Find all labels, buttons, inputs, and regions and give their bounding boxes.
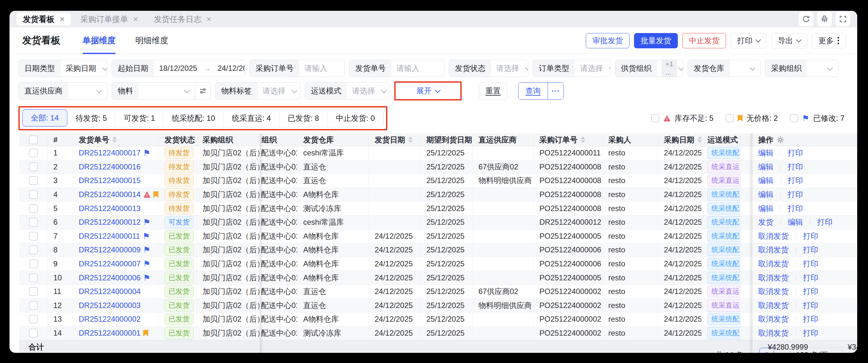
column-header-采购订单号[interactable]: 采购订单号 (534, 134, 602, 146)
direct-supplier-select[interactable]: 直运供应商 (19, 82, 107, 100)
status-tab-已发货[interactable]: 已发货: 8 (279, 110, 327, 127)
status-tab-全部[interactable]: 全部: 14 (22, 109, 67, 127)
batch-ship-button[interactable]: 批量发货 (634, 33, 678, 48)
row-checkbox[interactable] (29, 245, 38, 254)
action-打印[interactable]: 打印 (803, 231, 818, 241)
row-checkbox[interactable] (29, 315, 38, 324)
abort-ship-button[interactable]: 中止发货 (682, 33, 726, 48)
row-checkbox[interactable] (29, 273, 38, 282)
action-取消发货[interactable]: 取消发货 (758, 245, 788, 255)
ship-doc-link[interactable]: DR251224000003 (79, 301, 141, 310)
column-header-发货日期[interactable]: 发货日期 (369, 134, 421, 146)
action-打印[interactable]: 打印 (803, 273, 818, 283)
workspace-tab-shipping-board[interactable]: 发货看板 × (17, 13, 71, 25)
ship-doc-link[interactable]: DR251224000014 (79, 190, 141, 199)
row-checkbox[interactable] (29, 329, 38, 338)
date-range-input[interactable]: 起始日期 18/12/2025 → 24/12/2025 (112, 60, 245, 77)
ship-doc-link[interactable]: DR251224000011 (79, 232, 140, 241)
ship-doc-link[interactable]: DR251224000006 (79, 273, 141, 282)
material-config-button[interactable] (195, 83, 211, 99)
action-打印[interactable]: 打印 (803, 300, 818, 311)
approve-ship-button[interactable]: 审批发货 (586, 33, 629, 48)
date-to-value[interactable]: 24/12/2025 (212, 64, 245, 73)
action-编辑[interactable]: 编辑 (788, 217, 803, 227)
close-icon[interactable]: × (60, 14, 64, 24)
po-number-input[interactable]: 采购订单号 请输入 (250, 60, 345, 77)
status-tab-统采统配[interactable]: 统采统配: 10 (163, 110, 223, 127)
action-打印[interactable]: 打印 (788, 162, 803, 172)
next-page-button[interactable]: > (780, 350, 784, 353)
action-编辑[interactable]: 编辑 (758, 190, 773, 200)
action-编辑[interactable]: 编辑 (758, 175, 773, 186)
fullscreen-icon[interactable] (836, 12, 850, 26)
row-checkbox[interactable] (29, 204, 38, 213)
action-取消发货[interactable]: 取消发货 (758, 286, 788, 297)
close-icon[interactable]: × (133, 14, 138, 24)
action-取消发货[interactable]: 取消发货 (758, 300, 788, 311)
material-tag-select[interactable]: 物料标签 请选择 (215, 82, 300, 100)
expand-filters-link[interactable]: 展开 (416, 86, 432, 96)
ship-doc-link[interactable]: DR251224000004 (79, 287, 141, 296)
column-header-期望到货日期[interactable]: 期望到货日期 (421, 134, 473, 146)
ship-doc-link[interactable]: DR251224000015 (79, 176, 141, 185)
flag-filter-已修改[interactable]: ⚑已修改: 7 (790, 113, 844, 123)
action-取消发货[interactable]: 取消发货 (758, 314, 788, 324)
export-dropdown-button[interactable]: 导出 (771, 33, 807, 48)
column-header-采购日期[interactable]: 采购日期 (658, 134, 702, 146)
action-编辑[interactable]: 编辑 (758, 203, 773, 214)
action-打印[interactable]: 打印 (803, 259, 818, 269)
date-from-value[interactable]: 18/12/2025 (154, 64, 202, 73)
checkbox[interactable] (790, 114, 798, 122)
material-select[interactable]: 物料 (112, 82, 211, 100)
tab-detail-dimension[interactable]: 明细维度 (135, 27, 168, 54)
sort-icon[interactable] (113, 136, 117, 143)
action-打印[interactable]: 打印 (803, 328, 818, 338)
close-icon[interactable]: × (206, 14, 211, 24)
flag-filter-无价格[interactable]: 无价格: 2 (725, 113, 778, 123)
ship-doc-link[interactable]: DR251224000009 (79, 245, 141, 254)
select-all-checkbox[interactable] (29, 135, 38, 144)
action-打印[interactable]: 打印 (803, 245, 818, 255)
current-page[interactable]: 1 (760, 348, 774, 353)
action-打印[interactable]: 打印 (788, 203, 803, 214)
status-tab-待发货[interactable]: 待发货: 5 (67, 110, 115, 127)
ship-status-select[interactable]: 发货状态 请选择 (449, 60, 528, 77)
order-type-select[interactable]: 订单类型 请选择 (533, 60, 611, 77)
ship-doc-input[interactable]: 发货单号 请输入 (349, 60, 444, 77)
clear-icon[interactable] (817, 12, 832, 26)
row-checkbox[interactable] (29, 176, 38, 185)
workspace-tab-po-accept[interactable]: 采购订单接单 × (74, 13, 144, 25)
ship-doc-link[interactable]: DR251224000007 (79, 259, 141, 268)
checkbox[interactable] (651, 114, 659, 122)
action-打印[interactable]: 打印 (788, 175, 803, 186)
query-button[interactable]: 查询 (519, 83, 548, 99)
ship-doc-link[interactable]: DR251224000002 (79, 315, 141, 324)
status-tab-可发货[interactable]: 可发货: 1 (115, 110, 163, 127)
print-dropdown-button[interactable]: 打印 (731, 33, 767, 48)
sort-icon[interactable] (408, 136, 413, 143)
row-checkbox[interactable] (29, 232, 38, 241)
action-取消发货[interactable]: 取消发货 (758, 259, 788, 269)
action-打印[interactable]: 打印 (803, 314, 818, 324)
row-checkbox[interactable] (29, 218, 38, 227)
action-编辑[interactable]: 编辑 (758, 162, 773, 172)
status-tab-统采直运[interactable]: 统采直运: 4 (223, 110, 279, 127)
row-checkbox[interactable] (29, 162, 38, 171)
ship-doc-link[interactable]: DR251224000012 (79, 218, 141, 227)
ship-doc-link[interactable]: DR251224000016 (79, 162, 141, 171)
purchase-org-select[interactable]: 采购组织 (765, 60, 838, 77)
column-header-发货单号[interactable]: 发货单号 (73, 134, 159, 146)
row-checkbox[interactable] (29, 259, 38, 268)
action-打印[interactable]: 打印 (788, 148, 803, 158)
more-button[interactable]: 更多 (812, 33, 846, 48)
gear-icon[interactable] (777, 136, 784, 144)
action-取消发货[interactable]: 取消发货 (758, 273, 788, 283)
action-取消发货[interactable]: 取消发货 (758, 231, 788, 241)
action-取消发货[interactable]: 取消发货 (758, 328, 788, 338)
sort-icon[interactable] (581, 136, 585, 143)
ship-doc-link[interactable]: DR251224000001 (79, 329, 141, 338)
ship-doc-link[interactable]: DR251224000013 (79, 204, 141, 213)
row-checkbox[interactable] (29, 148, 38, 157)
date-type-select[interactable]: 日期类型 采购日期 (19, 60, 107, 77)
row-checkbox[interactable] (29, 287, 38, 296)
